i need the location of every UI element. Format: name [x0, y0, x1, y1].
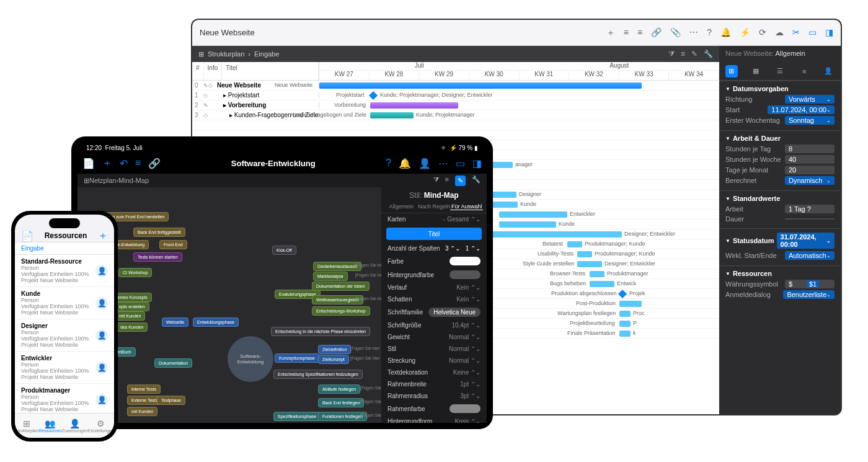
- doc-icon[interactable]: 📄: [21, 230, 33, 242]
- resource-item[interactable]: ProduktmanagerPersonVerfügbare Einheiten…: [15, 384, 114, 413]
- mindmap-node[interactable]: Dokumentation: [154, 358, 192, 368]
- inspector-field[interactable]: Stunden je Tag8: [725, 144, 835, 153]
- inspector-field[interactable]: Tage je Monat20: [725, 166, 835, 174]
- link-icon[interactable]: 🔗: [148, 158, 161, 169]
- resource-item[interactable]: DesignerPersonVerfügbare Einheiten 100%P…: [15, 319, 114, 352]
- tab-strukturplan[interactable]: ⊞Strukturplan: [15, 419, 38, 433]
- inspector-field[interactable]: Wirkl. Start/EndeAutomatisch⌄: [725, 251, 835, 260]
- style-row[interactable]: HintergrundformKreis ⌃⌄: [381, 415, 487, 423]
- mindmap-node[interactable]: mit Kunden: [127, 407, 157, 416]
- insp-tab-general[interactable]: ⊞: [725, 65, 738, 78]
- mindmap-node[interactable]: Konzeptionsphase: [275, 353, 319, 363]
- mindmap-node[interactable]: Interne Tests: [127, 384, 161, 394]
- filter-icon[interactable]: ⧩: [433, 175, 439, 186]
- doc-icon[interactable]: 📄: [82, 158, 95, 169]
- style-row[interactable]: Schriftgröße10,4pt ⌃⌄: [381, 319, 487, 331]
- style-row[interactable]: StilNormal ⌃⌄: [381, 343, 487, 355]
- tab-ressourcen[interactable]: 👥Ressourcen: [38, 419, 61, 433]
- insp-tab-person[interactable]: 👤: [822, 65, 835, 78]
- mindmap-node[interactable]: CI Workshop: [118, 268, 152, 277]
- mindmap-node[interactable]: Spezifikationsphase: [273, 412, 321, 421]
- mindmap-node[interactable]: Entscheidungs-Workshop: [312, 306, 370, 316]
- mindmap-node[interactable]: Entscheidung in die nächste Phase einzut…: [271, 327, 370, 336]
- panel-tab-regeln[interactable]: Nach Regeln: [418, 203, 451, 210]
- more-icon[interactable]: ⋯: [438, 158, 448, 169]
- tablet-style-panel[interactable]: Stil: Mind-Map Allgemein Nach Regeln Für…: [381, 187, 487, 423]
- col-info[interactable]: Info: [204, 62, 223, 80]
- mindmap-node[interactable]: epts erstellen: [115, 302, 149, 311]
- style-row[interactable]: VerlaufKein ⌃⌄: [381, 282, 487, 293]
- indent-icon[interactable]: ≡: [624, 27, 629, 38]
- add-icon[interactable]: ＋: [102, 157, 112, 170]
- resource-item[interactable]: Standard-RessourcePersonVerfügbare Einhe…: [15, 255, 114, 287]
- filter-icon[interactable]: ⧩: [668, 50, 675, 58]
- wrench-icon[interactable]: 🔧: [472, 175, 480, 186]
- gantt-row[interactable]: 0✎◇Neue WebseiteNeue Webseite: [192, 81, 719, 91]
- inspector-field[interactable]: Start11.07.2024, 00:00⌄: [725, 105, 835, 114]
- mindmap-node[interactable]: Marktanalyse: [313, 272, 348, 281]
- bell-icon[interactable]: 🔔: [399, 158, 411, 169]
- add-icon[interactable]: ＋: [606, 27, 615, 38]
- mindmap-node[interactable]: eines Konzepts: [113, 293, 152, 302]
- mindmap-node[interactable]: Zielkonzept: [318, 355, 349, 364]
- mindmap-node[interactable]: des Kunden: [116, 322, 148, 332]
- mindmap-center-node[interactable]: Software-Entwicklung: [228, 336, 273, 382]
- panel-left-icon[interactable]: ▭: [808, 27, 817, 38]
- sort-icon[interactable]: ≡: [445, 175, 449, 186]
- more-icon[interactable]: ⋯: [689, 27, 698, 38]
- panel-tab-allgemein[interactable]: Allgemein: [385, 203, 418, 210]
- mindmap-canvas[interactable]: Software-Entwicklung Verbindungen zum Fr…: [78, 187, 381, 423]
- crumb-eingabe[interactable]: Eingabe: [254, 50, 279, 58]
- mindmap-node[interactable]: Front End: [159, 240, 187, 249]
- crumb-strukturplan[interactable]: Strukturplan: [208, 50, 244, 58]
- segment-titel[interactable]: Titel: [386, 228, 482, 240]
- col-title[interactable]: Titel: [222, 62, 319, 80]
- gantt-row[interactable]: 3◇▸ Kunden-Fragebogen und ZieleKunden-Fr…: [192, 110, 719, 120]
- inspector-field[interactable]: Dauer: [725, 215, 835, 223]
- style-row[interactable]: TextdekorationKeine ⌃⌄: [381, 366, 487, 378]
- style-row[interactable]: Hintergrundfarbe: [381, 268, 487, 282]
- mindmap-node[interactable]: Kick-Off: [272, 246, 296, 255]
- style-row[interactable]: Rahmenradius3pt ⌃⌄: [381, 390, 487, 402]
- sort-icon[interactable]: ≡: [681, 50, 685, 58]
- mac-inspector[interactable]: Neue Webseite: Allgemein ⊞ ▦ ☰ ≡ 👤 Datum…: [719, 46, 841, 414]
- insp-tab-calendar[interactable]: ▦: [750, 65, 762, 78]
- panel-icon[interactable]: ▭: [456, 158, 465, 169]
- mindmap-node[interactable]: Gedankenaustausch: [313, 262, 361, 271]
- mindmap-node[interactable]: Back End fertiggestellt: [133, 228, 185, 237]
- mindmap-node[interactable]: Back End festlegen: [318, 398, 364, 407]
- style-row[interactable]: Rahmenfarbe: [381, 402, 487, 415]
- inspector-field[interactable]: RichtungVorwärts⌄: [725, 95, 835, 104]
- bell-icon[interactable]: 🔔: [720, 27, 731, 38]
- inspector-field[interactable]: Erster WochentagSonntag⌄: [725, 116, 835, 125]
- tab-zuweisungen[interactable]: 👤Zuweisungen: [62, 419, 88, 433]
- mindmap-node[interactable]: Entscheidung Spezifikationen festzulegen: [273, 370, 363, 379]
- insp-tab-list[interactable]: ☰: [774, 65, 786, 78]
- wand-icon[interactable]: ✎: [691, 50, 698, 58]
- bolt-icon[interactable]: ⚡: [740, 27, 750, 38]
- inspector-field[interactable]: BerechnetDynamisch⌄: [725, 176, 835, 185]
- mindmap-node[interactable]: Zieldefinition: [318, 345, 351, 354]
- person-icon[interactable]: 👤: [418, 158, 431, 169]
- style-icon[interactable]: ✎: [455, 175, 466, 186]
- phone-resource-list[interactable]: Standard-RessourcePersonVerfügbare Einhe…: [15, 255, 114, 413]
- mindmap-node[interactable]: Entwicklungsphase: [193, 318, 239, 327]
- panel-right-icon[interactable]: ◨: [825, 27, 833, 38]
- resource-item[interactable]: EntwicklerPersonVerfügbare Einheiten 100…: [15, 352, 114, 384]
- panel-right-icon[interactable]: ◨: [472, 158, 482, 169]
- help-icon[interactable]: ?: [707, 27, 712, 38]
- mindmap-node[interactable]: Testphase: [157, 396, 185, 405]
- mindmap-node[interactable]: Abläufe festlegen: [318, 384, 360, 394]
- inspector-field[interactable]: Stunden je Woche40: [725, 155, 835, 164]
- tools-icon[interactable]: ✂: [792, 27, 800, 38]
- style-row[interactable]: Rahmenbreite1pt ⌃⌄: [381, 378, 487, 390]
- inspector-field[interactable]: AnmeldedialogBenutzerliste⌄: [725, 290, 835, 299]
- indent-icon[interactable]: ≡: [135, 158, 141, 169]
- inspector-field[interactable]: Arbeit1 Tag ?: [725, 205, 835, 213]
- tab-einstellungen[interactable]: ⚙Einstellungen: [88, 419, 114, 433]
- style-row[interactable]: Anzahl der Spalten3 ⌃⌄ 1 ⌃⌄: [381, 242, 487, 254]
- link-icon[interactable]: 🔗: [651, 27, 662, 38]
- style-row[interactable]: Farbe: [381, 254, 487, 268]
- inspector-field[interactable]: Währungssymbol$ $1: [725, 280, 835, 288]
- clip-icon[interactable]: 📎: [670, 27, 681, 38]
